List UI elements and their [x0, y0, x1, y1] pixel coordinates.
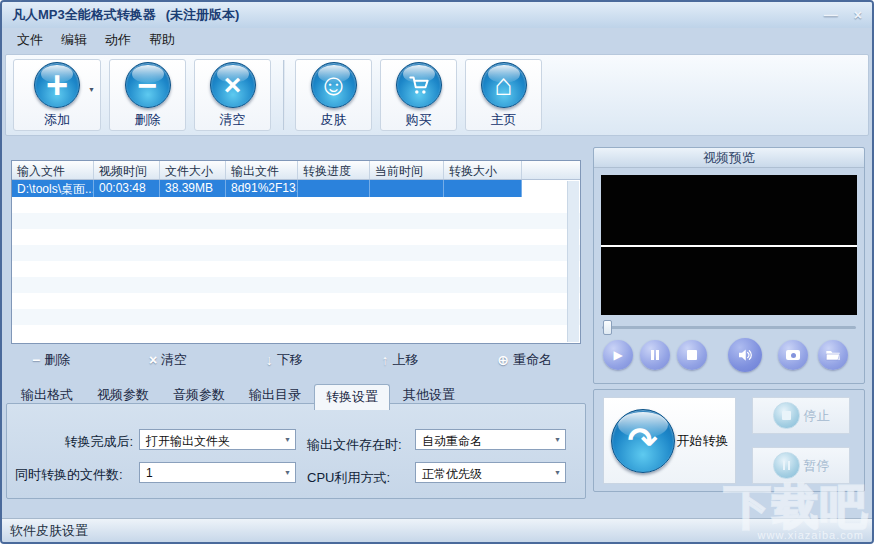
rename-icon: ⊕: [497, 352, 509, 368]
add-button-label: 添加: [44, 111, 70, 129]
settings-tabstrip: 输出格式 视频参数 音频参数 输出目录 转换设置 其他设置: [10, 383, 468, 409]
col-header-converted-size[interactable]: 转换大小: [444, 161, 522, 179]
col-header-file-size[interactable]: 文件大小: [160, 161, 226, 179]
col-header-progress[interactable]: 转换进度: [298, 161, 370, 179]
list-action-row: − 删除 × 清空 ↓ 下移 ↑ 上移 ⊕ 重命名: [32, 348, 552, 372]
action-rename-label: 重命名: [513, 351, 552, 369]
slider-handle[interactable]: [603, 320, 612, 335]
skin-button[interactable]: ☺ 皮肤: [295, 59, 372, 131]
cross-icon: ×: [210, 62, 256, 108]
file-exists-dropdown[interactable]: 自动重命名 ▼: [415, 429, 566, 450]
action-move-down[interactable]: ↓ 下移: [266, 351, 303, 369]
up-arrow-icon: ↑: [382, 352, 389, 368]
dropdown-arrow-icon: ▼: [284, 436, 291, 443]
after-convert-dropdown[interactable]: 打开输出文件夹 ▼: [139, 429, 296, 450]
stop-button[interactable]: [677, 340, 707, 370]
down-arrow-icon: ↓: [266, 352, 273, 368]
cell-video-time: 00:03:48: [94, 180, 160, 197]
empty-row: [12, 293, 580, 309]
skin-button-label: 皮肤: [321, 111, 347, 129]
slider-track[interactable]: [602, 326, 856, 329]
menu-item-edit[interactable]: 编辑: [52, 28, 96, 52]
col-header-output-file[interactable]: 输出文件: [226, 161, 298, 179]
minimize-button[interactable]: —: [824, 8, 838, 22]
tab-video-params[interactable]: 视频参数: [86, 383, 160, 409]
open-file-button[interactable]: [818, 340, 848, 370]
cell-current-time: [370, 180, 444, 197]
menu-item-action[interactable]: 动作: [96, 28, 140, 52]
cell-input-file: D:\tools\桌面...: [12, 180, 94, 197]
play-button[interactable]: ▶: [603, 340, 633, 370]
tab-convert-settings[interactable]: 转换设置: [314, 384, 390, 410]
cell-progress: [298, 180, 370, 197]
cell-output-file: 8d91%2F13...: [226, 180, 298, 197]
home-button-label: 主页: [491, 111, 517, 129]
video-preview-panel: 视频预览 ▶: [593, 147, 865, 384]
empty-row: [12, 197, 580, 213]
tab-audio-params[interactable]: 音频参数: [162, 383, 236, 409]
tab-other-settings[interactable]: 其他设置: [392, 383, 466, 409]
play-icon: ▶: [613, 349, 622, 361]
action-clear[interactable]: × 清空: [149, 351, 187, 369]
status-text: 软件皮肤设置: [10, 523, 88, 538]
add-dropdown-arrow-icon[interactable]: ▼: [88, 86, 95, 93]
menu-item-file[interactable]: 文件: [8, 28, 52, 52]
dropdown-arrow-icon: ▼: [554, 469, 561, 476]
video-scanline: [601, 245, 857, 247]
dropdown-arrow-icon: ▼: [554, 436, 561, 443]
menubar: 文件 编辑 动作 帮助: [2, 28, 872, 52]
stop-icon: [687, 350, 697, 360]
start-convert-label: 开始转换: [677, 432, 729, 450]
start-convert-icon: ↷: [611, 409, 675, 473]
action-delete[interactable]: − 删除: [32, 351, 70, 369]
file-exists-label: 输出文件存在时:: [307, 436, 402, 454]
stop-convert-label: 停止: [804, 407, 830, 425]
table-header: 输入文件 视频时间 文件大小 输出文件 转换进度 当前时间 转换大小: [12, 161, 580, 180]
pause-convert-button[interactable]: 暂停: [752, 447, 850, 484]
action-clear-label: 清空: [161, 351, 187, 369]
action-rename[interactable]: ⊕ 重命名: [497, 351, 552, 369]
cell-converted-size: [444, 180, 522, 197]
clear-button[interactable]: × 清空: [194, 59, 271, 131]
speaker-icon: [736, 346, 754, 364]
col-header-current-time[interactable]: 当前时间: [370, 161, 444, 179]
simultaneous-dropdown[interactable]: 1 ▼: [139, 462, 296, 483]
menu-item-help[interactable]: 帮助: [140, 28, 184, 52]
cart-icon: [396, 62, 442, 108]
minus-icon: −: [125, 62, 171, 108]
delete-button[interactable]: − 删除: [109, 59, 186, 131]
simultaneous-value: 1: [146, 466, 153, 480]
home-button[interactable]: ⌂ 主页: [465, 59, 542, 131]
seek-slider[interactable]: [602, 320, 856, 335]
add-button[interactable]: + 添加 ▼: [13, 59, 101, 131]
convert-control-panel: ↷ 开始转换 停止 暂停: [593, 389, 865, 492]
buy-button[interactable]: 购买: [380, 59, 457, 131]
col-header-video-time[interactable]: 视频时间: [94, 161, 160, 179]
clear-button-label: 清空: [220, 111, 246, 129]
snapshot-button[interactable]: [778, 340, 808, 370]
empty-row: [12, 325, 580, 341]
empty-row: [12, 261, 580, 277]
action-move-down-label: 下移: [277, 351, 303, 369]
tab-output-format[interactable]: 输出格式: [10, 383, 84, 409]
table-scrollbar[interactable]: [567, 181, 579, 342]
simultaneous-label: 同时转换的文件数:: [15, 466, 123, 484]
action-move-up[interactable]: ↑ 上移: [382, 351, 419, 369]
volume-button[interactable]: [728, 338, 762, 372]
tab-output-dir[interactable]: 输出目录: [238, 383, 312, 409]
cpu-mode-dropdown[interactable]: 正常优先级 ▼: [415, 462, 566, 483]
close-button[interactable]: ×: [854, 8, 862, 22]
plus-icon: +: [34, 62, 80, 108]
camera-icon: [786, 350, 800, 360]
pause-icon: [651, 350, 659, 360]
table-row-selected[interactable]: D:\tools\桌面... 00:03:48 38.39MB 8d91%2F1…: [12, 180, 580, 197]
pause-button[interactable]: [640, 340, 670, 370]
start-convert-button[interactable]: ↷ 开始转换: [603, 397, 736, 484]
watermark: 下载吧: [724, 483, 868, 530]
col-header-input-file[interactable]: 输入文件: [12, 161, 94, 179]
toolbar-separator: [283, 60, 285, 130]
stop-convert-icon: [773, 402, 800, 429]
convert-settings-panel: 转换完成后: 打开输出文件夹 ▼ 输出文件存在时: 自动重命名 ▼ 同时转换的文…: [6, 403, 586, 499]
app-window: 凡人MP3全能格式转换器 (未注册版本) — × 文件 编辑 动作 帮助 + 添…: [0, 0, 874, 544]
stop-convert-button[interactable]: 停止: [752, 397, 850, 434]
